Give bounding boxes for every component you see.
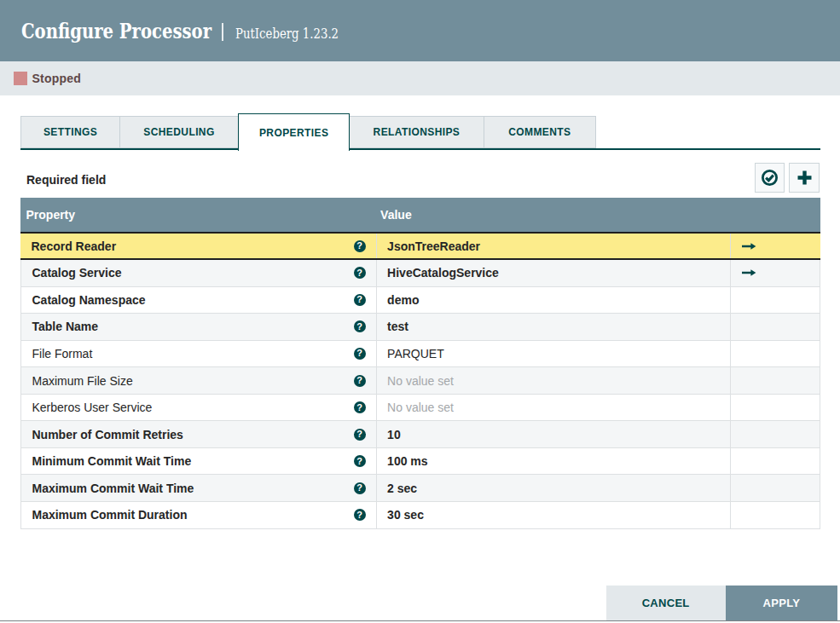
property-name-cell: Maximum Commit Duration ? [21,502,376,528]
property-value-cell[interactable]: No value set [376,395,730,421]
add-property-button[interactable] [789,163,819,193]
help-icon[interactable]: ? [354,455,366,467]
tab-bar: SETTINGS SCHEDULING PROPERTIES RELATIONS… [20,113,820,151]
property-name: Number of Commit Retries [32,428,183,441]
property-name-cell: Catalog Service ? [21,260,376,286]
property-name: Maximum Commit Duration [32,508,188,522]
property-actions-cell [730,341,820,367]
required-field-hint: Required field [26,173,106,187]
property-name-cell: Maximum Commit Wait Time ? [21,475,376,501]
property-value-cell[interactable]: test [376,314,730,340]
property-value: 10 [387,428,401,441]
property-name: Record Reader [32,239,117,253]
property-name: Catalog Service [32,266,122,280]
help-icon[interactable]: ? [354,294,366,306]
property-value-cell[interactable]: No value set [376,367,730,394]
go-to-service-button[interactable] [742,242,756,251]
property-value: 100 ms [387,454,427,468]
property-value-cell[interactable]: 30 sec [376,502,730,528]
status-bar: Stopped [0,61,840,95]
property-row[interactable]: Table Name ? test [21,314,820,341]
property-actions-cell [730,421,820,447]
property-name: File Format [32,347,93,361]
property-name: Minimum Commit Wait Time [32,454,192,468]
property-name-cell: Catalog Namespace ? [21,287,376,314]
property-value-cell[interactable]: PARQUET [376,341,730,367]
stopped-status-icon [14,72,27,85]
property-value: HiveCatalogService [387,266,499,280]
property-actions-cell [730,234,820,258]
property-name: Maximum File Size [32,374,133,388]
column-header-property: Property [20,208,376,222]
property-value-cell[interactable]: HiveCatalogService [376,260,730,286]
tab-settings[interactable]: SETTINGS [20,116,120,148]
properties-table: Property Value Record Reader ? JsonTreeR… [20,198,821,529]
property-value: PARQUET [387,347,444,361]
property-value: JsonTreeReader [387,239,480,253]
property-actions-cell [730,448,820,475]
properties-toolbar [755,163,820,193]
property-value: No value set [387,401,454,414]
property-row[interactable]: Number of Commit Retries ? 10 [21,421,820,448]
help-icon[interactable]: ? [354,482,366,494]
property-row[interactable]: Catalog Service ? HiveCatalogService [21,260,820,287]
property-value: No value set [387,374,454,388]
property-actions-cell [730,260,820,286]
property-actions-cell [730,395,820,421]
tab-properties[interactable]: PROPERTIES [238,113,350,151]
go-to-service-button[interactable] [742,268,756,277]
help-icon[interactable]: ? [354,267,366,279]
property-name: Kerberos User Service [32,401,153,414]
tab-label: PROPERTIES [259,127,328,139]
property-value: 30 sec [387,508,424,522]
property-name-cell: Record Reader ? [20,234,376,258]
tab-label: SCHEDULING [143,126,214,138]
dialog-title: Configure Processor [21,19,211,44]
property-row[interactable]: File Format ? PARQUET [21,341,820,368]
property-actions-cell [730,287,820,314]
property-row[interactable]: Catalog Namespace ? demo [21,287,820,314]
help-icon[interactable]: ? [354,401,366,413]
property-actions-cell [730,475,820,501]
title-divider [222,23,223,41]
help-icon[interactable]: ? [354,348,366,360]
property-value: test [387,320,408,333]
property-value-cell[interactable]: 2 sec [376,475,730,501]
property-name-cell: Table Name ? [21,314,376,340]
property-name-cell: Minimum Commit Wait Time ? [21,448,376,475]
property-value-cell[interactable]: JsonTreeReader [376,234,730,258]
tab-comments[interactable]: COMMENTS [484,116,596,148]
property-row[interactable]: Minimum Commit Wait Time ? 100 ms [21,448,820,476]
property-value-cell[interactable]: 10 [376,421,730,447]
tabs-container: SETTINGS SCHEDULING PROPERTIES RELATIONS… [20,113,596,151]
property-row[interactable]: Record Reader ? JsonTreeReader [20,232,821,260]
right-arrow-icon [742,242,756,251]
help-icon[interactable]: ? [354,375,366,387]
apply-button[interactable]: APPLY [726,586,837,620]
cancel-button[interactable]: CANCEL [606,586,726,620]
property-actions-cell [730,314,820,340]
help-icon[interactable]: ? [354,509,366,521]
property-name: Table Name [32,320,99,333]
help-icon[interactable]: ? [354,240,366,252]
property-name: Maximum Commit Wait Time [32,482,194,495]
property-value-cell[interactable]: 100 ms [376,448,730,475]
property-row[interactable]: Maximum File Size ? No value set [21,367,820,395]
status-label: Stopped [32,72,81,85]
dialog-bottom-edge [0,620,840,622]
help-icon[interactable]: ? [354,429,366,441]
tab-relationships[interactable]: RELATIONSHIPS [349,116,484,148]
property-row[interactable]: Maximum Commit Wait Time ? 2 sec [21,475,820,502]
verify-properties-button[interactable] [755,163,785,193]
property-row[interactable]: Maximum Commit Duration ? 30 sec [21,502,820,529]
property-value-cell[interactable]: demo [376,287,730,314]
property-actions-cell [730,367,820,394]
property-name-cell: Kerberos User Service ? [21,395,376,421]
property-row[interactable]: Kerberos User Service ? No value set [21,395,820,422]
tab-scheduling[interactable]: SCHEDULING [119,116,239,148]
help-icon[interactable]: ? [354,320,366,332]
column-header-value: Value [376,208,730,222]
property-value: 2 sec [387,482,417,495]
right-arrow-icon [742,268,756,277]
property-name-cell: File Format ? [21,341,376,367]
